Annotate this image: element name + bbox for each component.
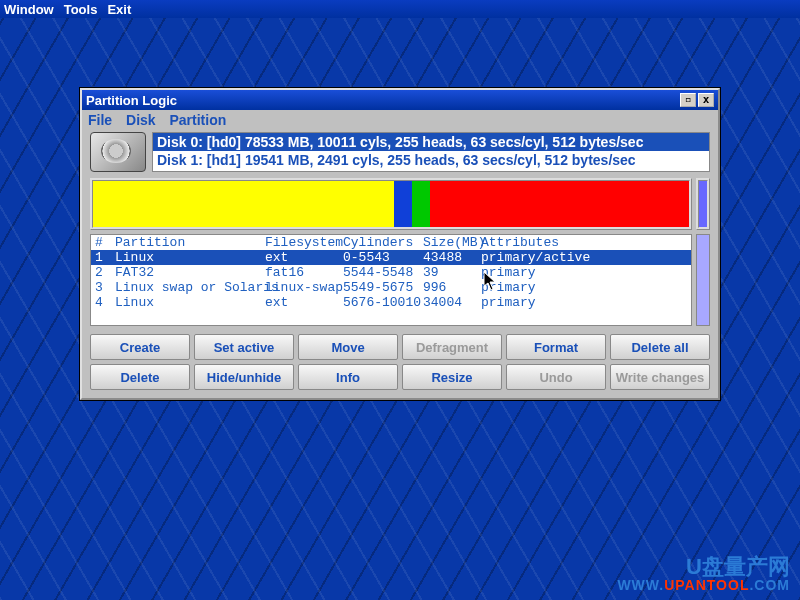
format-button[interactable]: Format	[506, 334, 606, 360]
partition-segment[interactable]	[394, 181, 412, 227]
menu-file[interactable]: File	[88, 112, 112, 128]
write-changes-button[interactable]: Write changes	[610, 364, 710, 390]
disk-row[interactable]: Disk 0: [hd0] 78533 MB, 10011 cyls, 255 …	[153, 133, 709, 151]
harddisk-icon	[90, 132, 146, 172]
disk-selector: Disk 0: [hd0] 78533 MB, 10011 cyls, 255 …	[90, 132, 710, 172]
hide-unhide-button[interactable]: Hide/unhide	[194, 364, 294, 390]
watermark: U盘量产网 WWW.UPANTOOL.COM	[617, 558, 790, 594]
action-buttons: CreateSet activeMoveDefragmentFormatDele…	[90, 334, 710, 390]
close-button[interactable]: x	[698, 93, 714, 107]
table-row[interactable]: 1Linuxext0-554343488primary/active	[91, 250, 691, 265]
watermark-line2: WWW.UPANTOOL.COM	[617, 576, 790, 594]
desktop-menu: Window Tools Exit	[0, 0, 800, 18]
undo-button[interactable]: Undo	[506, 364, 606, 390]
window-menu: File Disk Partition	[82, 110, 718, 132]
table-header: #PartitionFilesystemCylindersSize(MB)Att…	[91, 235, 691, 250]
menu-window[interactable]: Window	[4, 2, 54, 17]
set-active-button[interactable]: Set active	[194, 334, 294, 360]
info-button[interactable]: Info	[298, 364, 398, 390]
table-row[interactable]: 4Linuxext5676-1001034004primary	[91, 295, 691, 310]
partition-bar-area	[90, 178, 710, 230]
usage-gauge	[696, 178, 710, 230]
delete-all-button[interactable]: Delete all	[610, 334, 710, 360]
partition-logic-window: Partition Logic ▫ x File Disk Partition …	[80, 88, 720, 400]
disk-list[interactable]: Disk 0: [hd0] 78533 MB, 10011 cyls, 255 …	[152, 132, 710, 172]
partition-bar[interactable]	[90, 178, 692, 230]
minimize-button[interactable]: ▫	[680, 93, 696, 107]
window-title: Partition Logic	[86, 93, 678, 108]
create-button[interactable]: Create	[90, 334, 190, 360]
menu-disk[interactable]: Disk	[126, 112, 156, 128]
partition-segment[interactable]	[93, 181, 394, 227]
partition-segment[interactable]	[430, 181, 689, 227]
menu-exit[interactable]: Exit	[107, 2, 131, 17]
menu-partition[interactable]: Partition	[169, 112, 226, 128]
resize-button[interactable]: Resize	[402, 364, 502, 390]
menu-tools[interactable]: Tools	[64, 2, 98, 17]
defragment-button[interactable]: Defragment	[402, 334, 502, 360]
move-button[interactable]: Move	[298, 334, 398, 360]
table-scrollbar[interactable]	[696, 234, 710, 326]
partition-table[interactable]: #PartitionFilesystemCylindersSize(MB)Att…	[90, 234, 692, 326]
titlebar[interactable]: Partition Logic ▫ x	[82, 90, 718, 110]
watermark-line1: U盘量产网	[617, 558, 790, 576]
disk-row[interactable]: Disk 1: [hd1] 19541 MB, 2491 cyls, 255 h…	[153, 151, 709, 169]
delete-button[interactable]: Delete	[90, 364, 190, 390]
partition-table-wrap: #PartitionFilesystemCylindersSize(MB)Att…	[90, 234, 710, 326]
table-row[interactable]: 3Linux swap or Solarislinux-swap5549-567…	[91, 280, 691, 295]
partition-segment[interactable]	[412, 181, 430, 227]
table-row[interactable]: 2FAT32fat165544-554839primary	[91, 265, 691, 280]
